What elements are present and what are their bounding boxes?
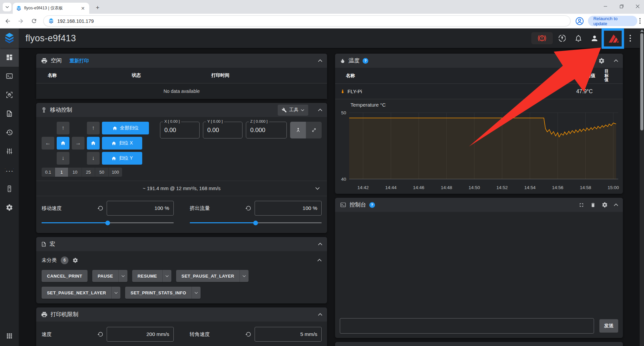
new-tab-button[interactable]: +: [93, 3, 102, 12]
step-size-1[interactable]: 1: [55, 168, 68, 177]
collapse-icon[interactable]: [318, 109, 322, 111]
sidebar-item-files[interactable]: [0, 104, 19, 123]
speed-factor-input[interactable]: 100 %: [107, 201, 174, 216]
profile-icon[interactable]: [575, 17, 584, 25]
update-icon[interactable]: [555, 32, 569, 45]
macro-button-resume[interactable]: RESUME: [132, 270, 171, 282]
macro-dropdown-icon[interactable]: [162, 270, 171, 282]
macro-button-pause[interactable]: PAUSE: [92, 270, 127, 282]
sidebar-item-machine[interactable]: [0, 179, 19, 198]
window-minimize-button[interactable]: [601, 2, 610, 11]
collapse-icon[interactable]: [317, 259, 322, 262]
sidebar-item-settings[interactable]: [0, 198, 19, 217]
step-size-25[interactable]: 25: [82, 168, 95, 177]
tab-search-button[interactable]: [3, 3, 11, 11]
console-settings-gear-icon[interactable]: [602, 202, 608, 208]
notifications-bell-icon[interactable]: [572, 32, 585, 45]
step-size-50[interactable]: 50: [95, 168, 109, 177]
home-xy-button[interactable]: [57, 137, 69, 150]
jog-z-plus-button[interactable]: ↑: [87, 122, 100, 134]
step-size-10[interactable]: 10: [68, 168, 82, 177]
velocity-input[interactable]: 200 mm/s: [107, 327, 174, 342]
heaters-toggle-button[interactable]: [576, 56, 589, 66]
flow-factor-input[interactable]: 100 %: [255, 201, 322, 216]
sidebar-item-gcode-preview[interactable]: [0, 85, 19, 104]
browser-menu-icon[interactable]: [639, 18, 641, 24]
step-size-0.1[interactable]: 0.1: [42, 168, 55, 177]
feedrate-summary[interactable]: ~ 191.4 mm @ 12 mm³/s, 168 mm/s: [143, 186, 221, 191]
macro-dropdown-icon[interactable]: [118, 270, 127, 282]
sidebar-item-history[interactable]: [0, 123, 19, 142]
collapse-icon[interactable]: [318, 313, 322, 316]
browser-tab[interactable]: flyos-e9f413 | 仪表板 ✕: [13, 3, 89, 14]
relative-position-toggle[interactable]: [306, 122, 322, 138]
sidebar-item-dashboard[interactable]: [0, 48, 19, 67]
page-scrollbar[interactable]: [640, 28, 644, 346]
trash-icon[interactable]: [590, 202, 596, 208]
console-input[interactable]: [340, 318, 594, 334]
url-bar[interactable]: 192.168.101.179: [43, 15, 571, 26]
forward-icon[interactable]: [15, 15, 27, 27]
reset-icon[interactable]: [245, 331, 251, 337]
reset-icon[interactable]: [97, 205, 103, 211]
help-icon[interactable]: ?: [369, 202, 375, 208]
macro-dropdown-icon[interactable]: [111, 287, 120, 299]
collapse-icon[interactable]: [614, 59, 618, 62]
relaunch-button[interactable]: Relaunch to update: [588, 16, 638, 26]
jog-y-minus-button[interactable]: ↓: [57, 152, 69, 165]
scrollbar-thumb[interactable]: [640, 33, 643, 130]
expand-icon[interactable]: [315, 187, 320, 190]
collapse-icon[interactable]: [614, 204, 618, 206]
collapse-icon[interactable]: [318, 59, 322, 62]
emergency-stop-button[interactable]: [531, 32, 553, 44]
app-menu-icon[interactable]: [626, 35, 635, 42]
jog-z-minus-button[interactable]: ↓: [87, 152, 100, 165]
brand-logo-icon[interactable]: [604, 30, 623, 47]
app-logo[interactable]: [0, 28, 19, 48]
macro-button-set_pause_at_layer[interactable]: SET_PAUSE_AT_LAYER: [176, 270, 249, 282]
svg-text:14:54: 14:54: [524, 185, 536, 190]
scrollbar-up-icon[interactable]: [640, 30, 644, 32]
window-restore-button[interactable]: [617, 2, 626, 11]
home-x-button[interactable]: 归位 X: [102, 137, 142, 150]
sidebar-apps-grid-icon[interactable]: [0, 328, 19, 344]
send-button[interactable]: 发送: [599, 319, 618, 333]
sidebar-item-console[interactable]: [0, 67, 19, 85]
macro-settings-gear-icon[interactable]: [72, 257, 78, 263]
fullscreen-icon[interactable]: [579, 202, 584, 208]
tools-dropdown-button[interactable]: 工具: [278, 105, 308, 116]
reset-icon[interactable]: [245, 205, 251, 211]
macro-button-set_pause_next_layer[interactable]: SET_PAUSE_NEXT_LAYER: [42, 287, 120, 299]
home-z-button[interactable]: [87, 137, 100, 150]
corner-velocity-input[interactable]: 5 mm/s: [255, 327, 322, 342]
collapse-icon[interactable]: [318, 243, 322, 245]
step-size-100[interactable]: 100: [109, 168, 122, 177]
jog-x-minus-button[interactable]: ←: [42, 137, 54, 150]
back-icon[interactable]: [2, 15, 13, 27]
y-position-field[interactable]: Y [ 0.00 ] 0.00: [203, 122, 243, 138]
reprint-button[interactable]: 重新打印: [69, 58, 89, 64]
macro-button-set_print_stats_info[interactable]: SET_PRINT_STATS_INFO: [125, 287, 201, 299]
speed-factor-slider[interactable]: [42, 218, 174, 227]
jog-x-plus-button[interactable]: →: [72, 137, 85, 150]
reload-icon[interactable]: [29, 15, 40, 27]
x-position-field[interactable]: X [ 0.00 ] 0.00: [160, 122, 200, 138]
absolute-position-toggle[interactable]: [290, 122, 306, 138]
help-icon[interactable]: ?: [363, 58, 368, 64]
flow-factor-slider[interactable]: [190, 218, 322, 227]
temperature-settings-gear-icon[interactable]: [598, 58, 605, 64]
macro-dropdown-icon[interactable]: [192, 287, 201, 299]
jog-y-plus-button[interactable]: ↑: [57, 122, 69, 134]
sidebar-item-tune[interactable]: [0, 142, 19, 161]
temperature-sensor-row[interactable]: FLY-Pi 47.9°C: [335, 84, 623, 99]
macro-button-cancel_print[interactable]: CANCEL_PRINT: [42, 270, 88, 282]
z-position-field[interactable]: Z [ 0.000 ] 0.000: [246, 122, 287, 138]
sidebar-item-config[interactable]: {...}: [0, 161, 19, 179]
home-y-button[interactable]: 归位 Y: [102, 152, 142, 165]
tab-close-icon[interactable]: ✕: [80, 5, 86, 11]
reset-icon[interactable]: [97, 331, 103, 337]
home-all-button[interactable]: 全部归位: [102, 122, 149, 134]
user-icon[interactable]: [588, 32, 601, 45]
macro-dropdown-icon[interactable]: [239, 270, 249, 282]
window-close-button[interactable]: [633, 2, 642, 11]
